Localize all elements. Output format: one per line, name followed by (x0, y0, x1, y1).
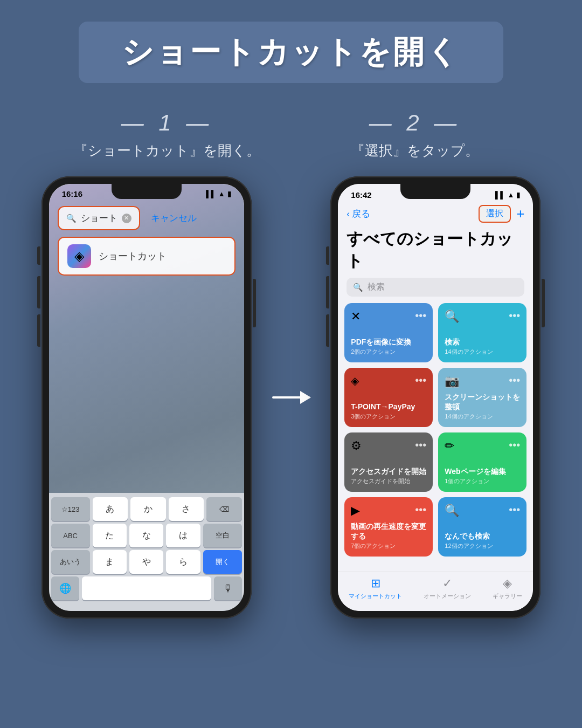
shortcut-card-6[interactable]: ✏ ••• Webページを編集 1個のアクション (438, 432, 526, 492)
bottom-tabbar: ⊞ マイショートカット ✓ オートメーション ◈ ギャラリー (338, 572, 533, 611)
search-field[interactable]: 🔍 検索 (347, 278, 524, 297)
kb-key-delete[interactable]: ⌫ (206, 497, 242, 521)
search-input[interactable]: ショート (81, 212, 117, 224)
step-2: — 2 — 『選択』をタップ。 (291, 110, 539, 160)
phone-2-screen: 16:42 ▌▌ ▲ ▮ ‹ 戻る (338, 184, 533, 611)
signal-icon-2: ▌▌ (495, 191, 505, 199)
kb-key-ta[interactable]: た (93, 524, 127, 547)
shortcut-card-4[interactable]: 📷 ••• スクリーンショットを整頓 14個のアクション (438, 368, 526, 427)
kb-key-123[interactable]: ☆123 (51, 497, 90, 521)
step-1-number: — 1 — (43, 110, 291, 136)
search-area: 🔍 ショート ✕ キャンセル (49, 202, 244, 237)
keyboard-row-1: ☆123 あ か さ ⌫ (51, 497, 242, 521)
direction-arrow (272, 392, 310, 403)
kb-key-ha[interactable]: は (166, 524, 200, 547)
search-bar[interactable]: 🔍 ショート ✕ (58, 206, 140, 230)
kb-key-abc[interactable]: ABC (51, 524, 90, 547)
kb-key-aiueo[interactable]: あいう (51, 550, 90, 574)
shortcut-card-1[interactable]: ✕ ••• PDFを画像に変換 2個のアクション (344, 303, 433, 362)
search-cancel-button[interactable]: キャンセル (151, 212, 197, 224)
signal-icon: ▌▌ (206, 190, 216, 198)
phone-2: 16:42 ▌▌ ▲ ▮ ‹ 戻る (330, 176, 541, 619)
shortcut-card-3[interactable]: ◈ ••• T-POINT→PayPay 3個のアクション (344, 368, 433, 427)
phone-1-wrapper: 16:16 ▌▌ ▲ ▮ 🔍 ショート ✕ (41, 176, 252, 619)
shortcut-card-7[interactable]: ▶ ••• 動画の再生速度を変更する 7個のアクション (344, 497, 433, 557)
sc-menu-2[interactable]: ••• (509, 310, 520, 322)
sc-icon-4: 📷 (445, 374, 459, 388)
shortcut-card-5[interactable]: ⚙ ••• アクセスガイドを開始 アクセスガイドを開始 (344, 432, 433, 492)
shortcut-app-icon: ◈ (67, 244, 91, 268)
volume-up-2 (326, 276, 329, 308)
arrow-container (269, 392, 313, 403)
kb-key-a[interactable]: あ (93, 497, 128, 521)
kb-key-sa[interactable]: さ (169, 497, 204, 521)
sc-sub-7: 7個のアクション (351, 542, 426, 550)
back-button[interactable]: ‹ 戻る (347, 208, 370, 220)
tab-icon-gallery: ◈ (503, 576, 512, 590)
phone-2-content: 16:42 ▌▌ ▲ ▮ ‹ 戻る (338, 184, 533, 611)
shortcut-card-2[interactable]: 🔍 ••• 検索 14個のアクション (438, 303, 526, 362)
power-button-2 (542, 279, 545, 327)
sc-name-2: 検索 (445, 337, 520, 347)
kb-key-open[interactable]: 開く (203, 550, 242, 574)
step-2-number: — 2 — (291, 110, 539, 136)
sc-name-1: PDFを画像に変換 (351, 337, 426, 347)
sc-menu-6[interactable]: ••• (509, 439, 520, 451)
sc-sub-4: 14個のアクション (445, 413, 520, 421)
keyboard-row-2: ABC た な は 空白 (51, 524, 242, 547)
search-icon: 🔍 (66, 214, 77, 223)
tab-gallery[interactable]: ◈ ギャラリー (493, 576, 522, 600)
shortcuts-page-title: すべてのショートカット (338, 227, 533, 278)
select-button[interactable]: 選択 (479, 205, 511, 223)
notch (112, 184, 182, 199)
battery-icon: ▮ (227, 190, 231, 198)
search-clear-button[interactable]: ✕ (122, 214, 131, 223)
status-time: 16:16 (62, 189, 82, 198)
back-label: 戻る (352, 208, 370, 220)
notch-2 (400, 184, 470, 199)
phone-2-wrapper: 16:42 ▌▌ ▲ ▮ ‹ 戻る (330, 176, 541, 619)
sc-menu-1[interactable]: ••• (415, 310, 426, 322)
step-1: — 1 — 『ショートカット』を開く。 (43, 110, 291, 160)
sc-icon-6: ✏ (445, 439, 454, 453)
kb-key-ra[interactable]: ら (166, 550, 200, 574)
sc-icon-5: ⚙ (351, 439, 362, 453)
sc-sub-5: アクセスガイドを開始 (351, 477, 426, 485)
power-button (253, 279, 256, 327)
kb-key-ka[interactable]: か (130, 497, 166, 521)
sc-menu-5[interactable]: ••• (415, 439, 426, 451)
phone-1-screen: 16:16 ▌▌ ▲ ▮ 🔍 ショート ✕ (49, 184, 244, 611)
sc-sub-3: 3個のアクション (351, 413, 426, 421)
kb-space-bar[interactable] (82, 576, 211, 600)
phone-1-content: 16:16 ▌▌ ▲ ▮ 🔍 ショート ✕ (49, 184, 244, 611)
sc-menu-4[interactable]: ••• (509, 374, 520, 387)
shortcut-search-result[interactable]: ◈ ショートカット (58, 237, 235, 276)
tab-label-automation: オートメーション (424, 592, 471, 600)
kb-globe-button[interactable]: 🌐 (51, 576, 79, 600)
tab-automation[interactable]: ✓ オートメーション (424, 576, 471, 600)
kb-key-space[interactable]: 空白 (203, 524, 242, 547)
sc-icon-1: ✕ (351, 310, 361, 324)
header-box: ショートカットを開く (79, 22, 503, 83)
tab-my-shortcuts[interactable]: ⊞ マイショートカット (349, 576, 402, 600)
status-time-2: 16:42 (351, 190, 371, 200)
sc-menu-3[interactable]: ••• (415, 374, 426, 387)
tab-label-gallery: ギャラリー (493, 592, 522, 600)
shortcut-card-8[interactable]: 🔍 ••• なんでも検索 12個のアクション (438, 497, 526, 557)
sc-icon-2: 🔍 (445, 310, 459, 324)
kb-mic-button[interactable]: 🎙 (214, 576, 242, 600)
chevron-left-icon: ‹ (347, 209, 350, 219)
keyboard-bottom-row: 🌐 🎙 (51, 576, 242, 600)
kb-key-ma[interactable]: ま (93, 550, 127, 574)
add-button[interactable]: + (516, 205, 524, 222)
kb-key-ya[interactable]: や (129, 550, 163, 574)
sc-name-4: スクリーンショットを整頓 (445, 392, 520, 411)
nav-actions: 選択 + (479, 205, 524, 223)
sc-menu-7[interactable]: ••• (415, 504, 426, 516)
wifi-icon-2: ▲ (507, 191, 514, 199)
kb-key-na[interactable]: な (129, 524, 163, 547)
sc-menu-8[interactable]: ••• (509, 504, 520, 516)
phones-row: 16:16 ▌▌ ▲ ▮ 🔍 ショート ✕ (0, 166, 582, 619)
sc-sub-6: 1個のアクション (445, 477, 520, 485)
sc-icon-3: ◈ (351, 374, 359, 387)
